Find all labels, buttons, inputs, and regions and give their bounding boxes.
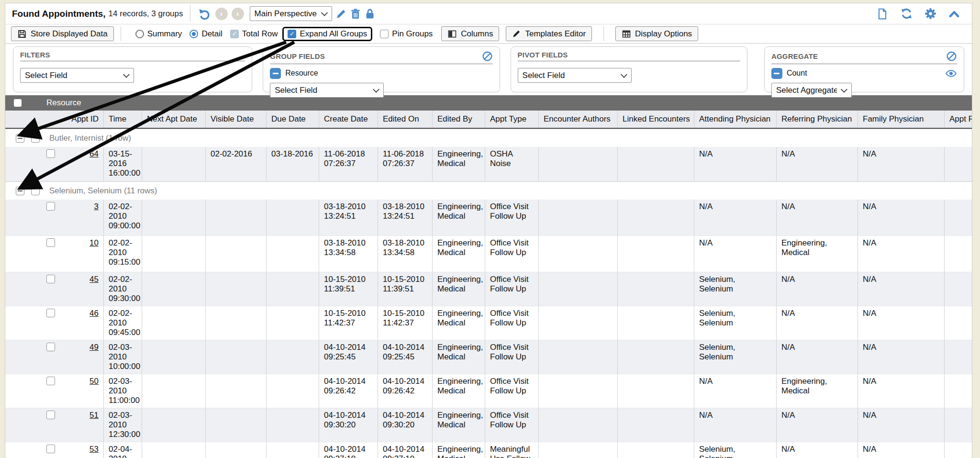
delete-perspective-icon[interactable] (348, 7, 363, 21)
cell-edited_on: 11-06-2018 07:26:37 (378, 147, 432, 181)
select-all-checkbox[interactable] (14, 99, 22, 107)
aggregate-title: AGGREGATE (771, 52, 818, 60)
cell-due_date (266, 374, 319, 408)
cell-attending_physician: Selenium, Selenium (694, 340, 776, 374)
prev-icon[interactable]: ‹ (215, 8, 228, 20)
appt-id-link[interactable]: 3 (94, 202, 99, 211)
divider (121, 26, 121, 41)
columns-button[interactable]: Columns (441, 26, 499, 41)
group-select-checkbox[interactable] (31, 187, 40, 195)
appt-id-link[interactable]: 51 (89, 411, 99, 420)
next-icon[interactable]: › (232, 8, 244, 20)
filters-field-select[interactable]: Select Field (20, 68, 134, 83)
collapse-panel-icon[interactable] (947, 7, 961, 21)
appt-id-link[interactable]: 49 (89, 343, 99, 352)
lock-perspective-icon[interactable] (363, 7, 377, 21)
cell-appt_re (944, 147, 972, 181)
settings-gear-icon[interactable] (923, 7, 937, 21)
expand-all-groups-checkbox[interactable]: ✓ (288, 30, 296, 38)
row-checkbox[interactable] (46, 149, 55, 158)
detail-radio[interactable]: Detail (189, 29, 222, 39)
row-checkbox[interactable] (46, 377, 55, 385)
column-header-edited_by[interactable]: Edited By (432, 111, 485, 128)
summary-radio[interactable]: Summary (135, 29, 182, 39)
clear-group-fields-icon[interactable] (482, 51, 493, 62)
appt-id-link[interactable]: 45 (89, 275, 99, 284)
cell-family_physician: N/A (858, 408, 944, 442)
aggregate-select[interactable]: Select Aggregate (771, 83, 852, 98)
cell-encounter_authors (538, 340, 617, 374)
cell-create_date: 04-10-2014 09:30:20 (319, 408, 378, 442)
group-expand-checkbox[interactable] (16, 134, 24, 143)
column-header-due_date[interactable]: Due Date (266, 111, 319, 128)
refresh-icon[interactable] (899, 7, 913, 21)
appt-id-link[interactable]: 10 (89, 238, 99, 247)
cell-create_date: 03-18-2010 13:24:51 (319, 200, 378, 235)
column-header-attending_physician[interactable]: Attending Physician (694, 111, 776, 128)
display-options-button[interactable]: Display Options (615, 26, 698, 41)
cell-attending_physician: N/A (694, 374, 776, 408)
templates-editor-button[interactable]: Templates Editor (506, 26, 592, 41)
cell-create_date: 04-10-2014 09:37:10 (319, 442, 378, 458)
cell-edited_by: Engineering, Medical (432, 147, 485, 181)
remove-resource-field-icon[interactable] (270, 68, 281, 79)
column-header-appt_re[interactable]: Appt Re (944, 111, 972, 128)
cell-edited_on: 03-18-2010 13:24:51 (378, 200, 432, 235)
table-row: 4602-02-2010 09:45:0010-15-2010 11:42:37… (5, 306, 972, 340)
group-select-checkbox[interactable] (31, 134, 40, 143)
column-header-appt_id[interactable]: Appt ID (58, 111, 103, 128)
cell-encounter_authors (538, 374, 617, 408)
column-header-appt_type[interactable]: Appt Type (485, 111, 538, 128)
perspective-select[interactable]: Main Perspective (250, 6, 332, 21)
store-displayed-data-button[interactable]: Store Displayed Data (11, 26, 114, 41)
pin-groups-checkbox[interactable]: Pin Groups (380, 29, 433, 39)
appt-id-link[interactable]: 50 (89, 377, 99, 386)
clear-aggregate-icon[interactable] (946, 51, 957, 62)
column-header-create_date[interactable]: Create Date (319, 111, 378, 128)
pivot-field-select[interactable]: Select Field (518, 68, 632, 83)
cell-time: 02-03-2010 11:00:00 (103, 374, 142, 408)
total-row-checkbox[interactable]: ✓ Total Row (230, 29, 278, 39)
cell-time: 02-02-2010 09:15:00 (103, 236, 142, 272)
group-field-select[interactable]: Select Field (270, 83, 384, 98)
total-row-checkbox-box[interactable]: ✓ (230, 30, 239, 38)
row-checkbox[interactable] (46, 202, 55, 211)
cell-edited_by: Engineering, Medical (432, 408, 485, 442)
column-header-time[interactable]: Time (103, 111, 142, 128)
cell-edited_by: Engineering, Medical (432, 236, 485, 272)
group-by-label: Resource (46, 98, 81, 108)
cell-visible_date (205, 200, 266, 235)
cell-attending_physician: Selenium, Selenium (694, 442, 776, 458)
column-header-next_apt_date[interactable]: Next Apt Date (142, 111, 205, 128)
new-document-icon[interactable] (875, 7, 890, 21)
group-expand-checkbox[interactable] (16, 187, 24, 195)
cell-referring_physician: N/A (776, 340, 858, 374)
undo-icon[interactable] (197, 7, 212, 21)
page-title: Found Appointments, (12, 9, 106, 19)
cell-visible_date (205, 442, 266, 458)
column-header-visible_date[interactable]: Visible Date (205, 111, 266, 128)
row-checkbox[interactable] (46, 445, 55, 453)
group-row: Selenium, Selenium (11 rows) (5, 181, 972, 200)
summary-radio-circle[interactable] (135, 30, 144, 38)
appt-id-link[interactable]: 53 (89, 445, 99, 454)
remove-count-aggregate-icon[interactable] (771, 68, 782, 79)
pin-groups-checkbox-box[interactable] (380, 30, 389, 38)
row-checkbox[interactable] (46, 343, 55, 351)
row-checkbox[interactable] (46, 309, 55, 317)
column-header-linked_encounters[interactable]: Linked Encounters (617, 111, 694, 128)
detail-radio-circle[interactable] (189, 30, 198, 38)
appt-id-link[interactable]: 46 (89, 309, 99, 318)
visibility-eye-icon[interactable] (945, 67, 957, 79)
column-header-encounter_authors[interactable]: Encounter Authors (538, 111, 617, 128)
appt-id-link[interactable]: 64 (89, 149, 99, 158)
column-header-edited_on[interactable]: Edited On (378, 111, 432, 128)
row-checkbox[interactable] (46, 275, 55, 283)
row-checkbox[interactable] (46, 238, 55, 247)
column-header-referring_physician[interactable]: Referring Physician (776, 111, 858, 128)
row-checkbox[interactable] (46, 411, 55, 419)
group-fields-title: GROUP FIELDS (270, 52, 325, 60)
cell-next_apt_date (142, 340, 205, 374)
column-header-family_physician[interactable]: Family Physician (858, 111, 944, 128)
edit-perspective-icon[interactable] (334, 7, 348, 21)
